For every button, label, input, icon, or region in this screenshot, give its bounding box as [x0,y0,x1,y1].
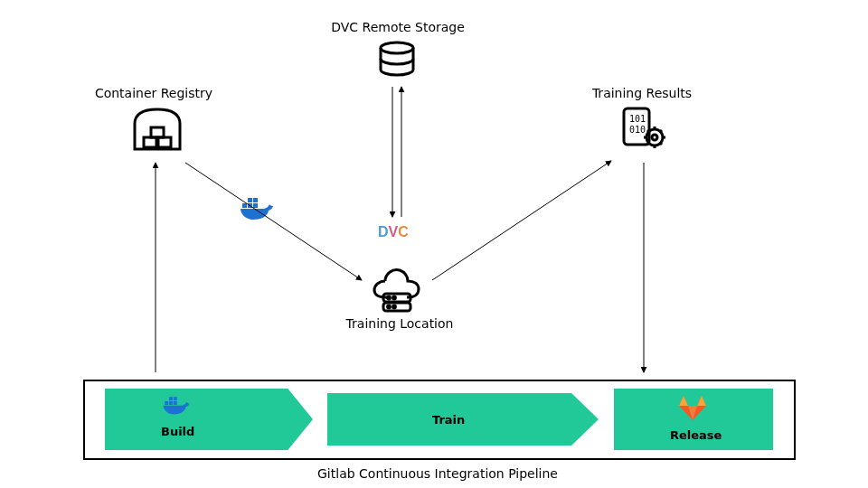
svg-rect-35 [169,401,173,405]
svg-rect-38 [174,397,177,400]
docker-icon [161,394,192,419]
build-step-label: Build [161,425,194,438]
pipeline-step-build: Build [105,389,313,450]
train-step-label: Train [432,413,465,427]
svg-line-29 [185,163,362,280]
svg-rect-34 [165,401,168,405]
svg-rect-36 [174,401,177,405]
release-step-label: Release [670,428,722,442]
pipeline-caption: Gitlab Continuous Integration Pipeline [83,466,792,481]
pipeline-step-release: Release [614,389,773,450]
pipeline-container: Build Train Release [83,380,796,460]
arrows-layer [0,0,868,380]
svg-line-32 [432,161,611,280]
pipeline-step-train: Train [327,393,599,446]
svg-rect-37 [169,397,173,400]
gitlab-icon [677,394,708,425]
